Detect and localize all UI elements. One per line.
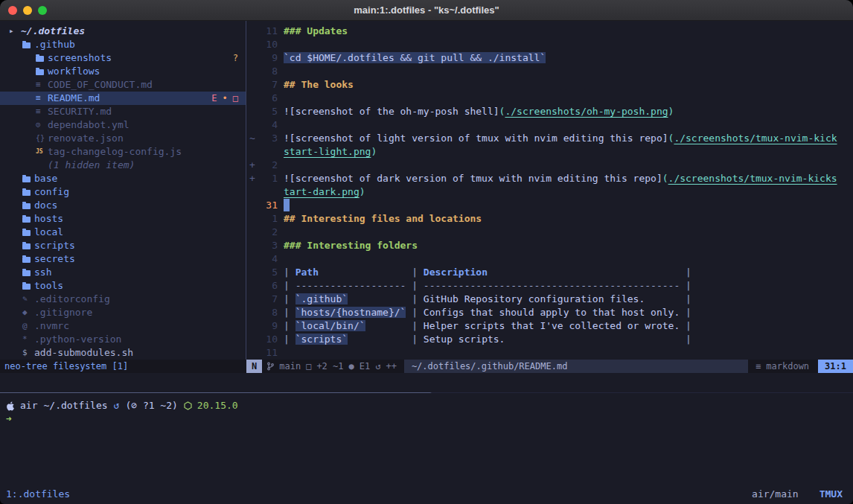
gutter-sign — [246, 346, 258, 360]
tree-item-label: .gitignore — [34, 306, 92, 319]
line-text: ![screenshot of light version of tmux wi… — [284, 132, 837, 145]
git-branch: main — [279, 361, 301, 371]
tree-item-docs[interactable]: docs — [0, 199, 246, 212]
tree-item-security-md[interactable]: ≡SECURITY.md — [0, 105, 246, 118]
refresh-icon: ↺ — [375, 361, 380, 371]
folder-icon — [22, 42, 31, 48]
tree-item-code-of-conduct-md[interactable]: ≡CODE_OF_CONDUCT.md — [0, 78, 246, 92]
tree-item-dependabot-yml[interactable]: ⊙dependabot.yml — [0, 118, 246, 132]
minimize-button[interactable] — [23, 6, 32, 15]
pencil-icon: ✎ — [22, 293, 34, 306]
tree-item-base[interactable]: base — [0, 172, 246, 185]
editor-line[interactable]: 31 — [246, 199, 853, 212]
tree-item-screenshots[interactable]: screenshots? — [0, 51, 246, 65]
prompt-arrow: ➜ — [6, 412, 12, 426]
line-text: | `local/bin/` | Helper scripts that I'v… — [284, 319, 691, 333]
editor-line[interactable]: 11### Updates — [246, 25, 853, 38]
statusline: neo-tree filesystem [1] N main □ +2 ~1 ●… — [0, 360, 853, 373]
tree-item-add-submodules-sh[interactable]: $add-submodules.sh — [0, 346, 246, 360]
editor-line[interactable]: 2 — [246, 226, 853, 239]
editor-line[interactable]: 6 — [246, 92, 853, 105]
tree-item-config[interactable]: config — [0, 185, 246, 199]
editor-line[interactable]: 8 — [246, 65, 853, 78]
editor-line[interactable]: 8| `hosts/{hostname}/` | Configs that sh… — [246, 306, 853, 319]
editor-line-wrap[interactable]: tart-dark.png) — [246, 185, 853, 199]
editor-line[interactable]: +1![screenshot of dark version of tmux w… — [246, 172, 853, 185]
editor-line[interactable]: 7| `.github` | GitHub Repository configu… — [246, 293, 853, 306]
tree-item-tools[interactable]: tools — [0, 279, 246, 293]
tree-item-renovate-json[interactable]: {}renovate.json — [0, 132, 246, 145]
editor-line[interactable]: 9| `local/bin/` | Helper scripts that I'… — [246, 319, 853, 333]
untracked-badge: ? — [233, 51, 238, 65]
tree-item-label: scripts — [34, 239, 75, 252]
tree-item-dotfiles[interactable]: ▸~/.dotfiles — [0, 25, 246, 38]
editor-line[interactable]: 1## Interesting files and locations — [246, 212, 853, 226]
zoom-button[interactable] — [38, 6, 47, 15]
folder-icon — [22, 176, 31, 182]
tree-item-scripts[interactable]: scripts — [0, 239, 246, 252]
editor-line[interactable]: 5![screenshot of the oh-my-posh shell](.… — [246, 105, 853, 118]
tree-item-1-hidden-item[interactable]: (1 hidden item) — [0, 159, 246, 172]
tree-item-label: README.md — [48, 92, 100, 105]
shell-pane[interactable]: air ~/.dotfiles ↺ (⊘ ?1 ~2) 20.15.0 ➜ — [0, 393, 853, 485]
git-diff: +2 ~1 — [316, 361, 343, 371]
editor-line[interactable]: 10 — [246, 38, 853, 51]
mode-indicator: N — [246, 360, 262, 373]
editor-line[interactable]: 11 — [246, 346, 853, 360]
tree-item-local[interactable]: local — [0, 226, 246, 239]
tree-item-editorconfig[interactable]: ✎.editorconfig — [0, 293, 246, 306]
tree-item-readme-md[interactable]: ≡README.mdE•□ — [0, 92, 246, 105]
line-text: ## Interesting files and locations — [284, 212, 482, 226]
editor-line[interactable]: 10| `scripts` | Setup scripts. | — [246, 333, 853, 346]
line-number: 3 — [258, 239, 278, 252]
editor-line[interactable]: 3### Interesting folders — [246, 239, 853, 252]
tree-item-label: SECURITY.md — [48, 105, 112, 118]
line-number: 9 — [258, 51, 278, 65]
gutter-sign: ~ — [246, 132, 258, 145]
tree-item-hosts[interactable]: hosts — [0, 212, 246, 226]
line-number: 6 — [258, 92, 278, 105]
editor-line[interactable]: 9`cd $HOME/.dotfiles && git pull && ./in… — [246, 51, 853, 65]
editor-pane[interactable]: 11### Updates 10 9`cd $HOME/.dotfiles &&… — [246, 21, 853, 360]
tree-item-gitignore[interactable]: ◆.gitignore — [0, 306, 246, 319]
tree-item-secrets[interactable]: secrets — [0, 252, 246, 266]
tree-item-python-version[interactable]: *.python-version — [0, 333, 246, 346]
line-number: 2 — [258, 159, 278, 172]
prompt-path: ~/.dotfiles — [43, 399, 107, 412]
tree-item-label: CODE_OF_CONDUCT.md — [48, 78, 153, 92]
line-number: 5 — [258, 266, 278, 279]
editor-line[interactable]: ~3![screenshot of light version of tmux … — [246, 132, 853, 145]
tree-item-nvmrc[interactable]: @.nvmrc — [0, 319, 246, 333]
tree-item-github[interactable]: .github — [0, 38, 246, 51]
line-text: | `scripts` | Setup scripts. | — [284, 333, 691, 346]
editor-line[interactable]: 7## The looks — [246, 78, 853, 92]
node-version: 20.15.0 — [197, 399, 238, 412]
close-button[interactable] — [8, 6, 17, 15]
line-number: 4 — [258, 252, 278, 266]
editor-line[interactable]: +2 — [246, 159, 853, 172]
editor-line[interactable]: 5| Path | Description | — [246, 266, 853, 279]
filetype-label: markdown — [766, 361, 809, 371]
tree-item-tag-changelog-config-js[interactable]: JStag-changelog-config.js — [0, 145, 246, 159]
tree-item-ssh[interactable]: ssh — [0, 266, 246, 279]
tree-item-label: renovate.json — [48, 132, 124, 145]
file-tree[interactable]: ▸~/.dotfiles.githubscreenshots?workflows… — [0, 21, 246, 360]
tree-item-label: workflows — [48, 65, 100, 78]
js-icon: JS — [36, 145, 48, 159]
editor-line[interactable]: 4 — [246, 118, 853, 132]
window-title: main:1:.dotfiles - "ks~/.dotfiles" — [0, 4, 853, 16]
error-badge: E — [211, 92, 217, 105]
editor-line-wrap[interactable]: start-light.png) — [246, 145, 853, 159]
tmux-session-host: air/main — [752, 488, 799, 500]
diff-icon: □ — [306, 361, 311, 371]
hexagon-icon — [184, 401, 192, 410]
line-text: ### Interesting folders — [284, 239, 418, 252]
tree-item-label: (1 hidden item) — [48, 159, 135, 172]
editor-line[interactable]: 4 — [246, 252, 853, 266]
line-number: 7 — [258, 293, 278, 306]
tmux-window-label[interactable]: 1:.dotfiles — [6, 488, 70, 500]
tree-item-workflows[interactable]: workflows — [0, 65, 246, 78]
editor-line[interactable]: 6| ------------------- | ---------------… — [246, 279, 853, 293]
folder-icon — [22, 217, 31, 223]
line-number — [258, 185, 278, 199]
